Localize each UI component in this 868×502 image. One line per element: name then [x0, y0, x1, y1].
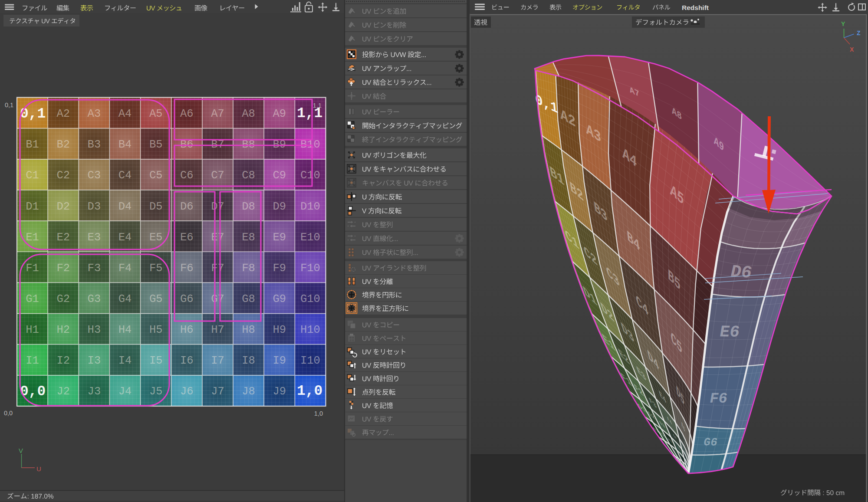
svg-text:1,0: 1,0 — [314, 410, 323, 417]
svg-text:C1: C1 — [26, 169, 39, 182]
svg-text:F4: F4 — [118, 262, 132, 275]
svg-text:F3: F3 — [88, 262, 101, 275]
svg-text:J7: J7 — [211, 385, 224, 398]
svg-text:1,1: 1,1 — [313, 102, 322, 109]
svg-text:G1: G1 — [26, 293, 39, 305]
svg-text:B5: B5 — [149, 138, 163, 151]
svg-text:H4: H4 — [118, 324, 132, 336]
svg-text:E8: E8 — [242, 231, 255, 244]
svg-text:C9: C9 — [273, 169, 286, 182]
svg-text:C2: C2 — [56, 169, 70, 182]
svg-text:E7: E7 — [211, 231, 224, 244]
svg-text:A9: A9 — [273, 108, 286, 120]
svg-text:J4: J4 — [118, 385, 132, 398]
svg-text:D9: D9 — [273, 200, 286, 213]
svg-text:C3: C3 — [88, 169, 101, 182]
svg-text:H10: H10 — [300, 324, 320, 336]
svg-text:E6: E6 — [180, 231, 194, 244]
svg-text:G8: G8 — [242, 293, 255, 305]
svg-text:E10: E10 — [300, 231, 320, 244]
svg-text:G10: G10 — [300, 293, 320, 305]
svg-text:H9: H9 — [273, 324, 286, 336]
svg-text:0,1: 0,1 — [5, 102, 13, 108]
svg-text:H8: H8 — [242, 324, 255, 336]
svg-text:F7: F7 — [211, 262, 224, 275]
svg-text:C4: C4 — [118, 169, 132, 182]
svg-text:J5: J5 — [149, 385, 163, 398]
svg-text:D1: D1 — [26, 200, 39, 213]
svg-text:V: V — [19, 447, 23, 454]
svg-text:H5: H5 — [149, 324, 163, 336]
svg-text:F6: F6 — [180, 262, 194, 275]
svg-text:A8: A8 — [242, 108, 255, 120]
svg-text:C6: C6 — [180, 169, 194, 182]
svg-text:I1: I1 — [26, 354, 39, 367]
svg-text:G4: G4 — [118, 293, 132, 305]
svg-text:E9: E9 — [273, 231, 286, 244]
svg-text:F9: F9 — [273, 262, 286, 275]
svg-text:J9: J9 — [273, 385, 286, 398]
svg-text:D6: D6 — [729, 262, 754, 283]
svg-text:E5: E5 — [149, 231, 163, 244]
svg-text:B3: B3 — [88, 138, 101, 151]
svg-text:D6: D6 — [180, 200, 194, 213]
svg-text:I4: I4 — [118, 354, 132, 367]
svg-text:A5: A5 — [149, 108, 163, 120]
svg-text:B4: B4 — [118, 138, 132, 151]
svg-text:J6: J6 — [180, 385, 194, 398]
svg-text:I3: I3 — [88, 354, 101, 367]
svg-text:C10: C10 — [300, 169, 320, 182]
svg-text:A3: A3 — [88, 108, 101, 120]
svg-text:A6: A6 — [180, 108, 194, 120]
svg-text:I7: I7 — [211, 354, 224, 367]
svg-text:B2: B2 — [56, 138, 70, 151]
svg-text:F5: F5 — [149, 262, 163, 275]
svg-text:B1: B1 — [26, 138, 39, 151]
svg-text:G7: G7 — [211, 293, 224, 305]
svg-text:G3: G3 — [88, 293, 101, 305]
svg-text:A2: A2 — [56, 108, 70, 120]
svg-text:C5: C5 — [149, 169, 163, 182]
svg-text:0,0: 0,0 — [4, 410, 13, 417]
svg-text:I6: I6 — [180, 354, 194, 367]
svg-text:I8: I8 — [242, 354, 255, 367]
svg-text:D5: D5 — [149, 200, 163, 213]
svg-text:A7: A7 — [211, 108, 224, 120]
svg-text:C7: C7 — [211, 169, 224, 182]
svg-text:H7: H7 — [211, 324, 224, 336]
svg-text:F10: F10 — [300, 262, 320, 275]
svg-text:J2: J2 — [56, 385, 70, 398]
svg-text:D10: D10 — [300, 200, 320, 213]
svg-text:Redshift: Redshift — [682, 4, 709, 11]
svg-text:E4: E4 — [118, 231, 132, 244]
svg-text:U: U — [36, 465, 41, 472]
svg-text:H2: H2 — [56, 324, 70, 336]
svg-text:J8: J8 — [242, 385, 255, 398]
svg-text:A4: A4 — [118, 108, 132, 120]
svg-text:H6: H6 — [180, 324, 194, 336]
svg-text:I2: I2 — [56, 354, 70, 367]
svg-text:D4: D4 — [118, 200, 132, 213]
svg-text:F1: F1 — [26, 262, 39, 275]
svg-text:F6: F6 — [708, 390, 729, 407]
svg-text:G2: G2 — [56, 293, 70, 305]
svg-text:D3: D3 — [88, 200, 101, 213]
svg-text:Z: Z — [857, 30, 861, 36]
svg-text:F8: F8 — [242, 262, 255, 275]
svg-text:D7: D7 — [211, 200, 224, 213]
svg-text:E6: E6 — [718, 323, 741, 341]
svg-text:F2: F2 — [56, 262, 70, 275]
svg-text:Y: Y — [841, 20, 845, 27]
svg-text:E3: E3 — [88, 231, 101, 244]
svg-text:X: X — [850, 46, 854, 53]
svg-text:E2: E2 — [56, 231, 70, 244]
svg-text:J3: J3 — [88, 385, 101, 398]
svg-text:G9: G9 — [273, 293, 286, 305]
svg-text:G6: G6 — [180, 293, 194, 305]
svg-text:E1: E1 — [26, 231, 39, 244]
svg-text:I10: I10 — [300, 354, 320, 367]
svg-text:D8: D8 — [242, 200, 255, 213]
svg-text:H1: H1 — [26, 324, 39, 336]
svg-text:I9: I9 — [273, 354, 286, 367]
svg-text:D2: D2 — [56, 200, 70, 213]
